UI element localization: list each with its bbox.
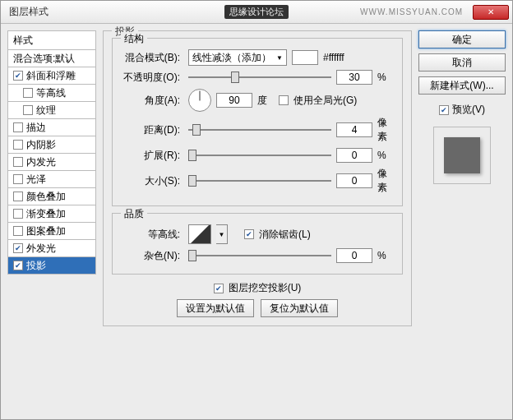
quality-title: 品质 xyxy=(121,207,147,221)
sidebar-checkbox[interactable] xyxy=(13,243,23,253)
size-slider[interactable] xyxy=(188,174,331,187)
sidebar-item-0[interactable]: 斜面和浮雕 xyxy=(7,67,96,85)
settings-panel: 投影 结构 混合模式(B): 线性减淡（添加）▼ #ffffff 不透明度(O)… xyxy=(103,30,412,413)
sidebar-item-label: 图案叠加 xyxy=(26,224,66,238)
noise-label: 杂色(N): xyxy=(121,249,183,263)
structure-title: 结构 xyxy=(121,32,147,46)
cancel-button[interactable]: 取消 xyxy=(418,53,506,72)
antialias-checkbox[interactable] xyxy=(244,229,254,239)
size-input[interactable]: 0 xyxy=(336,173,372,188)
preview-box xyxy=(433,127,491,184)
sidebar-item-1[interactable]: 等高线 xyxy=(7,85,96,102)
sidebar-item-label: 内发光 xyxy=(26,155,56,169)
size-row: 大小(S): 0 像素 xyxy=(121,167,394,195)
sidebar-checkbox[interactable] xyxy=(13,140,23,150)
distance-slider[interactable] xyxy=(188,123,331,136)
sidebar-item-3[interactable]: 描边 xyxy=(7,119,96,136)
chevron-down-icon: ▼ xyxy=(276,54,283,62)
sidebar-checkbox[interactable] xyxy=(13,192,23,201)
quality-group: 品质 等高线: ▼ 消除锯齿(L) 杂色(N): 0 % xyxy=(112,213,403,275)
contour-picker[interactable] xyxy=(188,224,211,244)
action-column: 确定 取消 新建样式(W)... 预览(V) xyxy=(418,30,506,413)
sidebar-item-7[interactable]: 颜色叠加 xyxy=(7,188,96,205)
sidebar-item-11[interactable]: 投影 xyxy=(7,257,96,275)
blend-mode-row: 混合模式(B): 线性减淡（添加）▼ #ffffff xyxy=(121,49,394,66)
blend-mode-label: 混合模式(B): xyxy=(121,51,183,65)
sidebar-checkbox[interactable] xyxy=(23,105,33,115)
noise-input[interactable]: 0 xyxy=(336,248,372,263)
contour-label: 等高线: xyxy=(121,228,183,242)
make-default-button[interactable]: 设置为默认值 xyxy=(177,299,254,317)
distance-row: 距离(D): 4 像素 xyxy=(121,116,394,144)
distance-label: 距离(D): xyxy=(121,123,183,137)
preview-checkbox[interactable] xyxy=(439,105,449,115)
sidebar-checkbox[interactable] xyxy=(13,174,23,184)
sidebar-item-label: 颜色叠加 xyxy=(26,190,66,204)
spread-slider[interactable] xyxy=(188,149,331,162)
noise-row: 杂色(N): 0 % xyxy=(121,248,394,263)
sidebar-item-label: 投影 xyxy=(26,259,46,273)
sidebar-item-label: 光泽 xyxy=(26,173,46,187)
sidebar-checkbox[interactable] xyxy=(13,226,23,236)
opacity-label: 不透明度(O): xyxy=(121,71,183,85)
spread-label: 扩展(R): xyxy=(121,149,183,163)
preview-label: 预览(V) xyxy=(452,103,485,117)
drop-shadow-group: 投影 结构 混合模式(B): 线性减淡（添加）▼ #ffffff 不透明度(O)… xyxy=(103,30,412,326)
contour-dropdown[interactable]: ▼ xyxy=(216,224,228,244)
sidebar-checkbox[interactable] xyxy=(13,122,23,132)
sidebar-item-label: 内阴影 xyxy=(26,138,56,152)
global-light-label: 使用全局光(G) xyxy=(293,94,357,108)
sidebar-item-5[interactable]: 内发光 xyxy=(7,154,96,171)
sidebar-item-label: 等高线 xyxy=(36,86,66,100)
opacity-input[interactable]: 30 xyxy=(336,70,372,85)
angle-row: 角度(A): 90 度 使用全局光(G) xyxy=(121,89,394,112)
blend-mode-select[interactable]: 线性减淡（添加）▼ xyxy=(188,49,287,66)
color-hex: #ffffff xyxy=(323,52,344,63)
sidebar-item-label: 斜面和浮雕 xyxy=(26,69,76,83)
color-swatch[interactable] xyxy=(292,50,318,65)
dialog-body: 样式 混合选项:默认 斜面和浮雕等高线纹理描边内阴影内发光光泽颜色叠加渐变叠加图… xyxy=(1,24,512,419)
sidebar-checkbox[interactable] xyxy=(13,71,23,81)
size-label: 大小(S): xyxy=(121,174,183,188)
spread-input[interactable]: 0 xyxy=(336,148,372,163)
antialias-label: 消除锯齿(L) xyxy=(259,228,311,242)
global-light-checkbox[interactable] xyxy=(279,95,289,105)
ok-button[interactable]: 确定 xyxy=(418,30,506,48)
sidebar-item-2[interactable]: 纹理 xyxy=(7,102,96,119)
sidebar-item-8[interactable]: 渐变叠加 xyxy=(7,205,96,223)
brand-badge: 思缘设计论坛 xyxy=(224,5,289,19)
sidebar-checkbox[interactable] xyxy=(13,209,23,219)
titlebar: 图层样式 思缘设计论坛 WWW.MISSYUAN.COM ✕ xyxy=(1,1,512,24)
sidebar-checkbox[interactable] xyxy=(13,157,23,167)
new-style-button[interactable]: 新建样式(W)... xyxy=(418,76,506,95)
sidebar-item-4[interactable]: 内阴影 xyxy=(7,136,96,154)
sidebar-item-label: 描边 xyxy=(26,121,46,135)
preview-row: 预览(V) xyxy=(418,103,506,117)
angle-input[interactable]: 90 xyxy=(216,93,252,108)
close-button[interactable]: ✕ xyxy=(473,5,509,20)
structure-group: 结构 混合模式(B): 线性减淡（添加）▼ #ffffff 不透明度(O): 3… xyxy=(112,38,403,206)
sidebar-item-label: 纹理 xyxy=(36,104,56,118)
sidebar-item-label: 外发光 xyxy=(26,242,56,256)
preview-swatch xyxy=(444,137,480,173)
noise-slider[interactable] xyxy=(188,249,331,262)
sidebar-item-6[interactable]: 光泽 xyxy=(7,171,96,188)
contour-row: 等高线: ▼ 消除锯齿(L) xyxy=(121,224,394,244)
knockout-label: 图层挖空投影(U) xyxy=(229,281,302,295)
opacity-slider[interactable] xyxy=(188,71,331,84)
sidebar-item-10[interactable]: 外发光 xyxy=(7,240,96,257)
styles-header[interactable]: 样式 xyxy=(7,30,96,50)
angle-label: 角度(A): xyxy=(121,94,183,108)
sidebar-checkbox[interactable] xyxy=(13,261,23,270)
styles-sidebar: 样式 混合选项:默认 斜面和浮雕等高线纹理描边内阴影内发光光泽颜色叠加渐变叠加图… xyxy=(7,30,96,413)
sidebar-item-9[interactable]: 图案叠加 xyxy=(7,223,96,240)
sidebar-item-blending[interactable]: 混合选项:默认 xyxy=(7,50,96,67)
reset-default-button[interactable]: 复位为默认值 xyxy=(261,299,338,317)
angle-dial[interactable] xyxy=(188,89,211,112)
brand-url: WWW.MISSYUAN.COM xyxy=(360,7,463,16)
knockout-row: 图层挖空投影(U) xyxy=(112,281,403,295)
layer-style-window: 图层样式 思缘设计论坛 WWW.MISSYUAN.COM ✕ 样式 混合选项:默… xyxy=(0,0,513,420)
distance-input[interactable]: 4 xyxy=(336,122,372,137)
sidebar-checkbox[interactable] xyxy=(23,88,33,98)
knockout-checkbox[interactable] xyxy=(214,284,224,293)
